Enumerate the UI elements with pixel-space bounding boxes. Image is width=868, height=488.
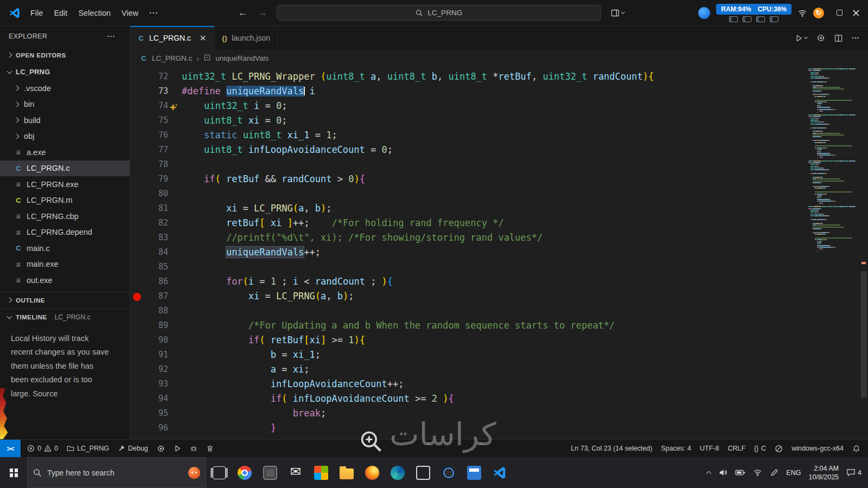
code-line-93[interactable]: 93 infLoopAvoidanceCount++; [130, 377, 868, 391]
code-line-94[interactable]: 94 if( infLoopAvoidanceCount >= 2 ){ [130, 391, 868, 406]
taskbar-app-vscode[interactable] [487, 457, 512, 488]
kit-selector[interactable]: windows-gcc-x64 [787, 440, 848, 457]
tree-item-lc_prng.cbp[interactable]: ≡LC_PRNG.cbp [0, 208, 130, 224]
clock[interactable]: 2:04 AM 10/8/2025 [808, 464, 839, 481]
code-line-76[interactable]: 76 static uint8_t xi_1 = 1; [130, 128, 868, 143]
notification-center[interactable]: 4 [846, 468, 861, 477]
build-variant-selector[interactable]: Debug [113, 440, 152, 457]
tree-item-obj[interactable]: obj [0, 129, 130, 145]
scrollbar-thumb[interactable] [861, 271, 867, 398]
tree-item-main.exe[interactable]: ≡main.exe [0, 256, 130, 273]
taskbar-app-task-view[interactable] [206, 457, 232, 488]
clean-build-button[interactable] [202, 440, 218, 457]
tree-item-main.c[interactable]: Cmain.c [0, 240, 130, 256]
code-line-73[interactable]: 73#define uniqueRandVals i [130, 84, 868, 99]
tree-item-lc_prgn.exe[interactable]: ≡LC_PRGN.exe [0, 176, 130, 192]
code-line-88[interactable]: 88 [130, 304, 868, 318]
build-settings-button[interactable] [152, 440, 169, 457]
run-debug-icon[interactable] [795, 34, 807, 42]
split-editor-icon[interactable] [834, 34, 843, 42]
back-arrow-icon[interactable]: ← [238, 7, 247, 18]
cursor-position-indicator[interactable]: Ln 73, Col 23 (14 selected) [566, 440, 656, 457]
start-button[interactable] [0, 457, 27, 488]
language-mode-indicator[interactable]: {} C [750, 440, 770, 457]
taskbar-app-firefox[interactable] [359, 457, 385, 488]
tree-item-lc_prng.depend[interactable]: ≡LC_PRNG.depend [0, 224, 130, 241]
settings-gear-icon[interactable] [816, 34, 825, 42]
code-line-83[interactable]: 83 //printf("%d\t", xi); /*For showing/s… [130, 230, 868, 245]
tree-item-a.exe[interactable]: ≡a.exe [0, 144, 130, 160]
wifi-icon[interactable] [797, 8, 807, 18]
run-button[interactable] [169, 440, 186, 457]
code-line-95[interactable]: 95 break; [130, 406, 868, 421]
taskbar-app-edge[interactable] [385, 457, 410, 488]
code-line-75[interactable]: 75 uint8_t xi = 0; [130, 113, 868, 128]
code-line-96[interactable]: 96 } [130, 421, 868, 435]
breadcrumb-file[interactable]: LC_PRGN.c [152, 54, 192, 62]
pen-icon[interactable] [770, 468, 778, 477]
menu-item-view[interactable]: View [116, 7, 144, 20]
network-icon[interactable] [753, 468, 762, 477]
encoding-indicator[interactable]: UTF-8 [695, 440, 723, 457]
code-line-74[interactable]: 74 uint32_t i = 0; [130, 99, 868, 113]
taskbar-app-app-dark[interactable] [436, 457, 461, 488]
resource-monitor-icon[interactable] [698, 7, 710, 19]
debug-button[interactable] [186, 440, 202, 457]
menu-item-edit[interactable]: Edit [48, 7, 73, 20]
tab-launch-json[interactable]: {} launch.json [215, 26, 278, 50]
code-line-91[interactable]: 91 b = xi_1; [130, 348, 868, 362]
tab-close-icon[interactable] [200, 35, 207, 42]
tree-item-out.exe[interactable]: ≡out.exe [0, 272, 130, 288]
tray-expand-icon[interactable] [706, 471, 712, 477]
taskbar-app-app-gray[interactable] [257, 457, 283, 488]
eol-indicator[interactable]: CRLF [723, 440, 750, 457]
menu-item-file[interactable]: File [25, 7, 48, 20]
code-line-77[interactable]: 77 uint8_t infLoopAvoidanceCount = 0; [130, 143, 868, 157]
code-line-78[interactable]: 78 [130, 157, 868, 172]
timeline-section[interactable]: TIMELINE LC_PRGN.c [0, 309, 130, 325]
code-line-80[interactable]: 80 [130, 187, 868, 201]
code-line-87[interactable]: 87 xi = LC_PRNG(a, b); [130, 289, 868, 304]
code-line-89[interactable]: 89 /*For Updating a and b When the rando… [130, 318, 868, 333]
taskbar-app-app-frame[interactable] [410, 457, 436, 488]
code-line-85[interactable]: 85 [130, 260, 868, 274]
cmake-project-selector[interactable]: LC_PRNG [62, 440, 113, 457]
search-highlight-octopus-icon[interactable] [188, 467, 200, 479]
code-line-84[interactable]: 84 uniqueRandVals++; [130, 245, 868, 260]
layout-toggle-icon[interactable] [611, 9, 624, 17]
copilot-sparkle-icon[interactable] [169, 101, 178, 110]
editor-more-actions-icon[interactable]: ··· [852, 34, 859, 42]
taskbar-app-mail[interactable] [283, 457, 308, 488]
tree-item-lc_prgn.m[interactable]: CLC_PRGN.m [0, 192, 130, 209]
open-editors-section[interactable]: OPEN EDITORS [0, 47, 130, 63]
code-line-92[interactable]: 92 a = xi; [130, 362, 868, 377]
breakpoint-icon[interactable] [133, 293, 141, 301]
window-restore-button[interactable] [837, 10, 843, 16]
sync-status-icon[interactable] [813, 8, 824, 18]
tree-item-.vscode[interactable]: .vscode [0, 80, 130, 97]
notifications-bell[interactable] [848, 440, 865, 457]
taskbar-app-store[interactable] [308, 457, 334, 488]
window-close-button[interactable] [852, 9, 860, 17]
minimap[interactable] [808, 68, 858, 252]
menu-item-selection[interactable]: Selection [73, 7, 116, 20]
problems-indicator[interactable]: 0 0 [23, 440, 62, 457]
tree-item-bin[interactable]: bin [0, 97, 130, 113]
outline-section[interactable]: OUTLINE [0, 292, 130, 309]
kit-status-icon[interactable] [770, 440, 787, 457]
taskbar-search[interactable]: Type here to search [27, 457, 206, 488]
code-line-82[interactable]: 82 retBuf[ xi ]++; /*For holding rand fr… [130, 216, 868, 230]
command-center-search[interactable]: LC_PRNG [277, 5, 601, 21]
taskbar-app-chrome[interactable] [232, 457, 257, 488]
battery-icon[interactable] [735, 469, 745, 476]
project-root-header[interactable]: LC_PRNG [0, 63, 130, 80]
code-editor[interactable]: 72uint32_t LC_PRNG_Wrapper (uint8_t a, u… [130, 66, 868, 439]
tab-lc-prgn-c[interactable]: C LC_PRGN.c [130, 26, 215, 50]
remote-indicator[interactable]: >< [0, 440, 21, 457]
forward-arrow-icon[interactable]: → [257, 7, 267, 18]
explorer-more-actions-icon[interactable]: ··· [102, 33, 122, 40]
code-line-72[interactable]: 72uint32_t LC_PRNG_Wrapper (uint8_t a, u… [130, 69, 868, 84]
editor-scrollbar[interactable] [860, 66, 868, 439]
tree-item-build[interactable]: build [0, 112, 130, 129]
taskbar-app-remote[interactable] [461, 457, 487, 488]
